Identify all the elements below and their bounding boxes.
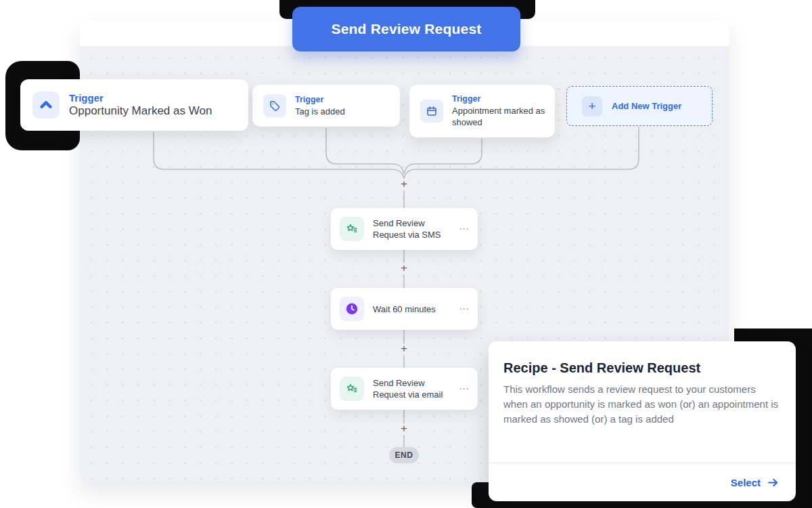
review-star-icon: [340, 377, 364, 401]
trigger-kind-label: Trigger: [69, 92, 212, 104]
node-label: Send Review Request via SMS: [373, 217, 450, 240]
add-new-trigger-label: Add New Trigger: [612, 101, 681, 111]
trigger-kind-label: Trigger: [295, 95, 345, 104]
trigger-name-label: Tag is added: [295, 106, 345, 117]
end-badge: END: [389, 447, 419, 463]
recipe-footer: Select: [489, 463, 796, 501]
node-send-review-sms[interactable]: Send Review Request via SMS ⋯: [331, 208, 478, 250]
node-send-review-email[interactable]: Send Review Request via email ⋯: [331, 368, 478, 410]
trigger-kind-label: Trigger: [452, 94, 554, 104]
node-wait-60-minutes[interactable]: Wait 60 minutes ⋯: [331, 288, 478, 330]
calendar-icon: [420, 100, 443, 123]
add-step-button[interactable]: +: [398, 179, 410, 189]
clock-icon: [340, 297, 364, 321]
add-new-trigger-button[interactable]: + Add New Trigger: [566, 86, 713, 126]
trigger-name-label: Appointment marked as showed: [452, 105, 554, 128]
review-star-icon: [340, 217, 364, 241]
node-label: Send Review Request via email: [373, 377, 450, 400]
tag-icon: [263, 94, 286, 117]
add-step-button[interactable]: +: [398, 263, 410, 273]
recipe-description: This workflow sends a review request to …: [503, 382, 782, 427]
arrow-right-icon: [767, 476, 780, 489]
chevron-up-icon: [32, 91, 60, 119]
recipe-card: Recipe - Send Review Request This workfl…: [489, 341, 796, 501]
plus-icon: +: [582, 96, 602, 117]
recipe-title: Recipe - Send Review Request: [503, 360, 700, 376]
send-review-request-button[interactable]: Send Review Request: [292, 7, 520, 51]
select-label: Select: [731, 477, 761, 488]
trigger-name-label: Opportunity Marked as Won: [69, 104, 212, 118]
node-menu-button[interactable]: ⋯: [459, 303, 470, 315]
node-label: Wait 60 minutes: [373, 303, 450, 315]
add-step-button[interactable]: +: [398, 424, 410, 433]
node-menu-button[interactable]: ⋯: [459, 223, 470, 235]
trigger-card-appointment-showed[interactable]: Trigger Appointment marked as showed: [409, 85, 555, 137]
node-menu-button[interactable]: ⋯: [459, 383, 470, 395]
select-button[interactable]: Select: [731, 476, 780, 489]
trigger-card-opportunity-won[interactable]: Trigger Opportunity Marked as Won: [20, 79, 248, 131]
trigger-card-tag-added[interactable]: Trigger Tag is added: [252, 85, 400, 127]
add-step-button[interactable]: +: [398, 344, 410, 354]
